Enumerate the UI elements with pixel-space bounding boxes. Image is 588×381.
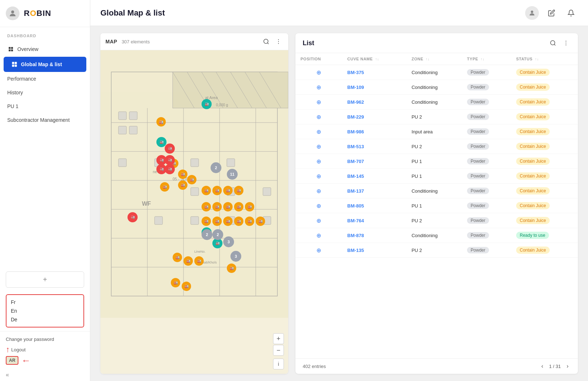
map-marker[interactable]: 🏭 — [234, 202, 243, 211]
map-marker[interactable]: 🏭 — [202, 217, 211, 226]
map-marker[interactable]: 🏭 — [178, 180, 187, 190]
table-row[interactable]: ⊕ BM-764 PU 2 Powder Contain Juice — [295, 213, 578, 228]
map-marker[interactable]: 🏭 — [171, 278, 180, 287]
cell-zone: Conditioning — [406, 184, 462, 198]
type-badge: Powder — [467, 217, 489, 224]
map-cluster-marker[interactable]: 2 — [212, 229, 223, 240]
lang-en[interactable]: En — [11, 307, 79, 315]
table-row[interactable]: ⊕ BM-229 PU 2 Powder Contain Juice — [295, 110, 578, 124]
map-marker[interactable]: 🏭 — [234, 217, 243, 226]
sidebar-item-overview[interactable]: Overview — [0, 42, 90, 57]
col-position: POSITION — [295, 53, 342, 65]
map-marker[interactable]: 🏭 — [156, 117, 166, 127]
map-marker-red[interactable]: 🏭 — [165, 144, 175, 154]
table-row[interactable]: ⊕ BM-962 Conditioning Powder Contain Jui… — [295, 95, 578, 110]
sidebar-item-performance[interactable]: Performance — [0, 72, 90, 86]
map-cluster-marker[interactable]: 2 — [211, 162, 221, 173]
cell-type: Powder — [462, 228, 511, 243]
col-status[interactable]: STATUS ↑↓ — [511, 53, 578, 65]
lang-fr[interactable]: Fr — [11, 298, 79, 307]
cell-type: Powder — [462, 95, 511, 110]
sort-arrow-cuve: ↑↓ — [375, 57, 379, 61]
map-marker[interactable]: 🏭 — [223, 217, 233, 226]
pagination-next[interactable]: › — [565, 362, 571, 370]
top-header: Global Map & list — [90, 0, 588, 26]
logout-link[interactable]: ↑ Logout — [6, 343, 84, 356]
collapse-button[interactable]: « — [0, 369, 90, 381]
table-row[interactable]: ⊕ BM-375 Conditioning Powder Contain Jui… — [295, 65, 578, 80]
ar-badge[interactable]: AR — [6, 356, 18, 365]
map-marker[interactable]: 🏭 — [178, 170, 187, 179]
map-marker[interactable]: 🏭 — [212, 186, 222, 195]
type-badge: Powder — [467, 143, 489, 150]
table-row[interactable]: ⊕ BM-707 PU 1 Powder Contain Juice — [295, 154, 578, 169]
sidebar-item-subcontractor[interactable]: Subcontractor Management — [0, 113, 90, 127]
table-row[interactable]: ⊕ BM-137 Conditioning Powder Contain Jui… — [295, 184, 578, 198]
sidebar-nav: Overview Global Map & list Performance H… — [0, 40, 90, 269]
map-marker-red[interactable]: 🏭 — [165, 155, 175, 165]
map-marker[interactable]: 🏭 — [212, 217, 222, 226]
table-row[interactable]: ⊕ BM-135 PU 2 Powder Contain Juice — [295, 243, 578, 258]
zoom-out-button[interactable]: − — [273, 345, 284, 356]
position-icon: ⊕ — [301, 69, 337, 76]
map-marker[interactable]: 🏭 — [182, 282, 191, 291]
sidebar-item-global-map[interactable]: Global Map & list — [4, 57, 86, 72]
map-marker[interactable]: 🏭 — [187, 175, 196, 184]
list-search-button[interactable] — [548, 38, 558, 48]
pagination-prev[interactable]: ‹ — [539, 362, 545, 370]
sort-arrow-status: ↑↓ — [535, 57, 539, 61]
sidebar-item-history[interactable]: History — [0, 86, 90, 99]
map-marker[interactable]: 🏭 — [223, 186, 233, 195]
map-more-button[interactable] — [274, 37, 283, 46]
map-marker[interactable]: 🏭 — [227, 264, 236, 273]
map-marker[interactable]: 🏭 — [202, 186, 211, 195]
map-marker-red[interactable]: 🏭 — [165, 164, 175, 174]
ar-row: AR ← — [6, 356, 84, 365]
col-type[interactable]: TYPE ↑↓ — [462, 53, 511, 65]
map-marker[interactable]: 🏭 — [245, 217, 254, 226]
svg-rect-37 — [129, 126, 137, 134]
map-marker-teal[interactable]: 🏭 — [156, 137, 167, 147]
map-cluster-marker[interactable]: 3 — [230, 251, 241, 262]
map-cluster-marker[interactable]: 11 — [227, 169, 238, 180]
notification-button[interactable] — [564, 6, 578, 20]
map-marker[interactable]: 🏭 — [212, 202, 222, 211]
map-search-button[interactable] — [261, 37, 271, 46]
table-row[interactable]: ⊕ BM-878 Conditioning Powder Ready to us… — [295, 228, 578, 243]
col-cuve-name[interactable]: CUVE NAME ↑↓ — [342, 53, 407, 65]
map-marker[interactable]: 🏭 — [194, 256, 204, 266]
map-marker[interactable]: 🏭 — [234, 186, 243, 195]
table-row[interactable]: ⊕ BM-513 PU 2 Powder Contain Juice — [295, 139, 578, 154]
map-marker-teal[interactable]: 🏭 — [202, 99, 212, 109]
map-marker[interactable]: 🏭 — [245, 202, 254, 211]
map-marker[interactable]: 🏭 — [183, 256, 193, 266]
map-marker[interactable]: 🏭 — [173, 253, 182, 262]
user-button[interactable] — [525, 6, 539, 20]
sidebar-item-pu1[interactable]: PU 1 — [0, 99, 90, 113]
cell-cuve-name: BM-986 — [342, 124, 407, 139]
table-row[interactable]: ⊕ BM-805 PU 1 Powder Contain Juice — [295, 198, 578, 213]
avatar[interactable] — [6, 7, 20, 20]
page-title: Global Map & list — [100, 8, 165, 18]
zoom-in-button[interactable]: + — [273, 333, 284, 344]
map-marker-red[interactable]: 🏭 — [127, 212, 138, 222]
status-badge: Contain Juice — [516, 187, 550, 194]
cell-status: Contain Juice — [511, 198, 578, 213]
table-row[interactable]: ⊕ BM-109 Conditioning Powder Contain Jui… — [295, 80, 578, 95]
edit-button[interactable] — [545, 6, 558, 20]
map-marker[interactable]: 🏭 — [160, 182, 169, 192]
col-zone[interactable]: ZONE ↑↓ — [406, 53, 462, 65]
cell-zone: Conditioning — [406, 95, 462, 110]
map-cluster-marker[interactable]: 2 — [202, 229, 212, 240]
list-more-button[interactable] — [561, 38, 571, 48]
map-marker[interactable]: 🏭 — [223, 202, 233, 211]
map-info-button[interactable]: i — [273, 359, 284, 369]
map-cluster-marker[interactable]: 3 — [223, 236, 234, 247]
table-row[interactable]: ⊕ BM-986 Input area Powder Contain Juice — [295, 124, 578, 139]
lang-de[interactable]: De — [11, 315, 79, 324]
add-button[interactable]: + — [6, 271, 84, 288]
table-row[interactable]: ⊕ BM-145 PU 1 Powder Contain Juice — [295, 169, 578, 184]
change-password-link[interactable]: Change your password — [6, 335, 84, 343]
map-marker[interactable]: 🏭 — [202, 202, 211, 211]
map-marker[interactable]: 🏭 — [256, 217, 265, 226]
